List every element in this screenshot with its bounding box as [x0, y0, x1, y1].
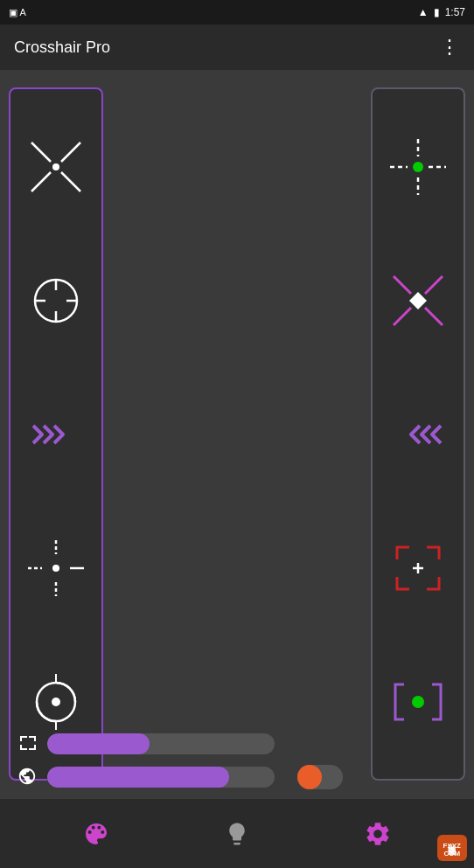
toggle-area — [297, 765, 343, 789]
battery-icon: ▮ — [434, 6, 440, 18]
status-bar-left: ▣ A — [9, 7, 26, 18]
watermark: 飞翔下载 FXXZ COM — [437, 835, 467, 861]
middle-area — [112, 87, 362, 781]
settings-nav-button[interactable] — [362, 818, 394, 850]
chevrons-left-icon[interactable] — [387, 403, 450, 466]
opacity-slider-row — [17, 765, 457, 789]
main-content — [0, 70, 474, 798]
svg-line-2 — [31, 172, 51, 191]
corner-bracket-crosshair-icon[interactable] — [387, 537, 450, 600]
size-slider-track[interactable] — [47, 733, 275, 754]
toggle-switch[interactable] — [297, 765, 343, 789]
x-diamond-crosshair-icon[interactable] — [387, 269, 450, 332]
circle-dot-crosshair-icon[interactable] — [24, 670, 87, 733]
x-crosshair-icon[interactable] — [24, 135, 87, 198]
watermark-com: COM — [443, 850, 460, 858]
svg-line-0 — [31, 142, 51, 162]
bottom-nav: 飞翔下载 FXXZ COM — [0, 798, 474, 868]
sliders-section — [0, 725, 474, 798]
dot-lines-right-icon[interactable] — [387, 135, 450, 198]
app-bar: Crosshair Pro ⋮ — [0, 24, 474, 70]
chevrons-crosshair-icon[interactable] — [24, 403, 87, 466]
svg-line-27 — [425, 308, 443, 325]
overflow-menu-button[interactable]: ⋮ — [440, 36, 460, 59]
time-display: 1:57 — [445, 6, 465, 18]
size-slider-fill — [47, 733, 150, 754]
size-slider-row — [17, 733, 457, 754]
bracket-dot-crosshair-icon[interactable] — [387, 670, 450, 733]
svg-point-16 — [52, 698, 60, 706]
crosshair-card-left[interactable] — [9, 87, 103, 781]
svg-point-23 — [413, 162, 423, 172]
status-bar-right: ▲ ▮ 1:57 — [418, 6, 465, 18]
circle-crosshair-icon[interactable] — [24, 269, 87, 332]
status-bar: ▣ A ▲ ▮ 1:57 — [0, 0, 474, 24]
svg-point-31 — [412, 696, 424, 708]
toggle-knob — [297, 765, 322, 789]
svg-point-14 — [52, 565, 59, 572]
svg-line-25 — [425, 276, 443, 294]
opacity-slider-fill — [47, 767, 229, 788]
svg-point-4 — [52, 163, 59, 170]
svg-marker-28 — [409, 292, 427, 309]
svg-line-26 — [394, 308, 411, 325]
watermark-url: FXXZ — [443, 842, 461, 850]
svg-line-1 — [61, 142, 80, 162]
opacity-icon — [17, 767, 38, 788]
app-title: Crosshair Pro — [14, 38, 110, 57]
size-icon — [17, 733, 38, 754]
crosshair-card-right[interactable] — [371, 87, 465, 781]
dot-lines-crosshair-icon[interactable] — [24, 537, 87, 600]
svg-line-3 — [61, 172, 80, 191]
network-indicator: ▣ A — [9, 7, 26, 18]
svg-line-24 — [394, 276, 411, 294]
bulb-nav-button[interactable] — [221, 818, 253, 850]
wifi-icon: ▲ — [418, 6, 429, 18]
opacity-slider-track[interactable] — [47, 767, 275, 788]
palette-nav-button[interactable] — [80, 818, 112, 850]
